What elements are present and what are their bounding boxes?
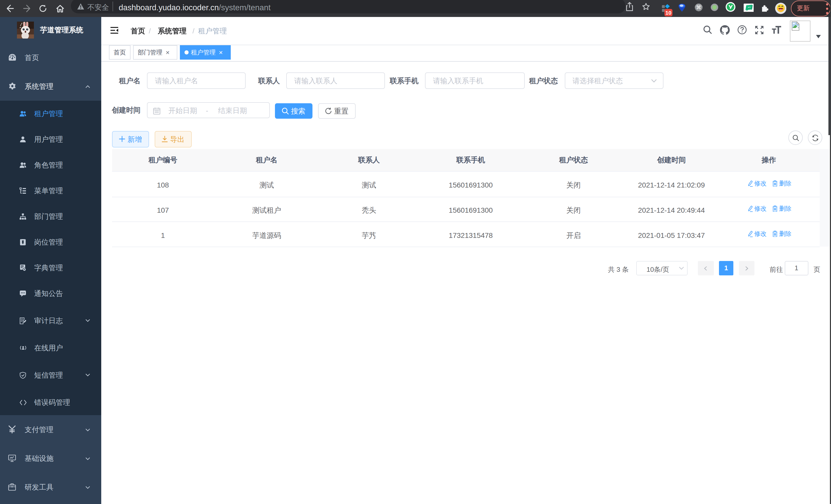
svg-text:⌘: ⌘ <box>696 5 701 10</box>
svg-text:10: 10 <box>665 9 671 16</box>
